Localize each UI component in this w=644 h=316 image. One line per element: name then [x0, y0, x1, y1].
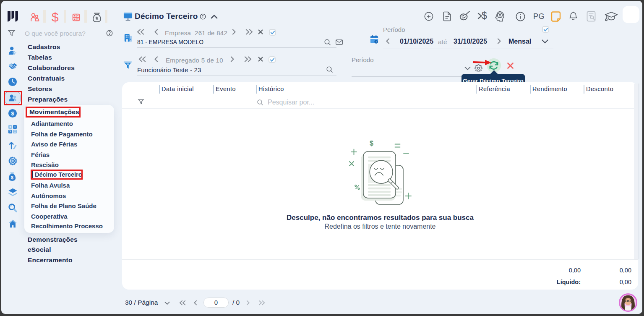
svg-text:$: $: [370, 140, 373, 147]
svg-text:$: $: [11, 110, 14, 117]
svg-text:$: $: [11, 175, 13, 180]
